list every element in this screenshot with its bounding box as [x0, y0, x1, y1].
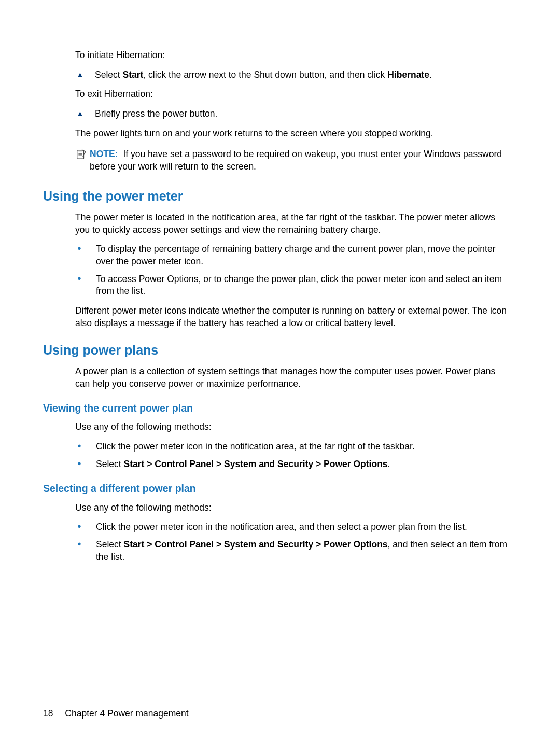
bullet-icon: ●: [75, 458, 96, 469]
heading-power-plans: Using power plans: [43, 342, 509, 359]
initiate-step-list: ▲ Select Start, click the arrow next to …: [75, 69, 509, 81]
note-label: NOTE:: [90, 149, 118, 159]
bullet-text: Select Start > Control Panel > System an…: [96, 458, 509, 471]
exit-step-list: ▲ Briefly press the power button.: [75, 108, 509, 120]
chapter-label: Chapter 4 Power management: [65, 708, 188, 719]
power-plans-p1: A power plan is a collection of system s…: [75, 366, 509, 390]
viewing-section: Use any of the following methods: ● Clic…: [75, 421, 509, 470]
heading-selecting-plan: Selecting a different power plan: [43, 482, 509, 495]
exit-step-text: Briefly press the power button.: [95, 108, 509, 120]
power-meter-p2: Different power meter icons indicate whe…: [75, 305, 509, 329]
note-icon: [75, 148, 90, 160]
viewing-p1: Use any of the following methods:: [75, 421, 509, 433]
note-text: NOTE:If you have set a password to be re…: [90, 148, 509, 173]
triangle-up-icon: ▲: [75, 108, 95, 119]
bullet-icon: ●: [75, 521, 96, 532]
bullet-icon: ●: [75, 273, 96, 284]
list-item: ● To access Power Options, or to change …: [75, 273, 509, 298]
list-item: ● Select Start > Control Panel > System …: [75, 539, 509, 563]
bullet-icon: ●: [75, 243, 96, 254]
resume-text: The power lights turn on and your work r…: [75, 128, 509, 140]
heading-power-meter: Using the power meter: [43, 188, 509, 205]
note-callout: NOTE:If you have set a password to be re…: [75, 147, 509, 175]
hibernation-section: To initiate Hibernation: ▲ Select Start,…: [75, 49, 509, 175]
bullet-text: To access Power Options, or to change th…: [96, 273, 509, 298]
bullet-icon: ●: [75, 539, 96, 550]
bullet-text: Click the power meter icon in the notifi…: [96, 521, 509, 533]
list-item: ● Click the power meter icon in the noti…: [75, 441, 509, 453]
power-plans-section: A power plan is a collection of system s…: [75, 366, 509, 390]
triangle-up-icon: ▲: [75, 69, 95, 80]
svg-rect-0: [77, 150, 84, 159]
bullet-icon: ●: [75, 441, 96, 452]
page-number: 18: [43, 708, 53, 719]
power-meter-p1: The power meter is located in the notifi…: [75, 212, 509, 236]
list-item: ● Select Start > Control Panel > System …: [75, 458, 509, 471]
selecting-section: Use any of the following methods: ● Clic…: [75, 502, 509, 564]
selecting-p1: Use any of the following methods:: [75, 502, 509, 514]
exit-hibernation-label: To exit Hibernation:: [75, 88, 509, 101]
list-item: ● To display the percentage of remaining…: [75, 243, 509, 268]
heading-viewing-plan: Viewing the current power plan: [43, 401, 509, 415]
viewing-bullets: ● Click the power meter icon in the noti…: [75, 441, 509, 470]
bullet-text: Click the power meter icon in the notifi…: [96, 441, 509, 453]
document-page: To initiate Hibernation: ▲ Select Start,…: [0, 0, 560, 745]
initiate-hibernation-label: To initiate Hibernation:: [75, 49, 509, 62]
initiate-step-text: Select Start, click the arrow next to th…: [95, 69, 509, 81]
list-item: ● Click the power meter icon in the noti…: [75, 521, 509, 533]
power-meter-section: The power meter is located in the notifi…: [75, 212, 509, 329]
power-meter-bullets: ● To display the percentage of remaining…: [75, 243, 509, 298]
selecting-bullets: ● Click the power meter icon in the noti…: [75, 521, 509, 563]
bullet-text: To display the percentage of remaining b…: [96, 243, 509, 268]
step-item: ▲ Briefly press the power button.: [75, 108, 509, 120]
page-footer: 18 Chapter 4 Power management: [43, 708, 189, 720]
bullet-text: Select Start > Control Panel > System an…: [96, 539, 509, 563]
step-item: ▲ Select Start, click the arrow next to …: [75, 69, 509, 81]
